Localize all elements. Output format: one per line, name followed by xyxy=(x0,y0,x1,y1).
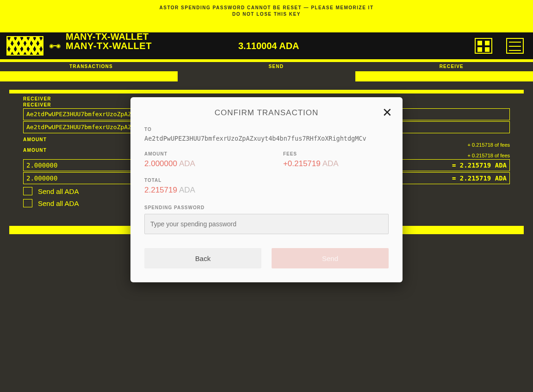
modal-title: CONFIRM TRANSACTION xyxy=(144,108,389,118)
spending-password-input[interactable] xyxy=(144,214,389,234)
amount-value-modal: 2.000000 xyxy=(144,159,177,168)
back-button[interactable]: Back xyxy=(144,248,261,268)
send-button[interactable]: Send xyxy=(272,248,389,268)
confirm-transaction-modal: CONFIRM TRANSACTION ✕ TO Ae2tdPwUPEZ3HUU… xyxy=(130,97,403,282)
amount-unit: ADA xyxy=(179,159,195,168)
modal-overlay: CONFIRM TRANSACTION ✕ TO Ae2tdPwUPEZ3HUU… xyxy=(0,0,533,392)
total-value: 2.215719 xyxy=(144,186,177,194)
fees-unit: ADA xyxy=(322,159,339,168)
fees-label: FEES xyxy=(283,151,339,156)
total-unit: ADA xyxy=(179,186,195,194)
to-label: TO xyxy=(144,127,389,132)
password-label: SPENDING PASSWORD xyxy=(144,205,389,210)
to-value: Ae2tdPwUPEZ3HUU7bmfexrUzoZpAZxuyt4b4bn7f… xyxy=(144,135,389,142)
amount-label-modal: AMOUNT xyxy=(144,151,195,156)
total-label: TOTAL xyxy=(144,178,389,183)
close-icon[interactable]: ✕ xyxy=(382,106,392,118)
fees-value: +0.215719 xyxy=(283,159,321,168)
